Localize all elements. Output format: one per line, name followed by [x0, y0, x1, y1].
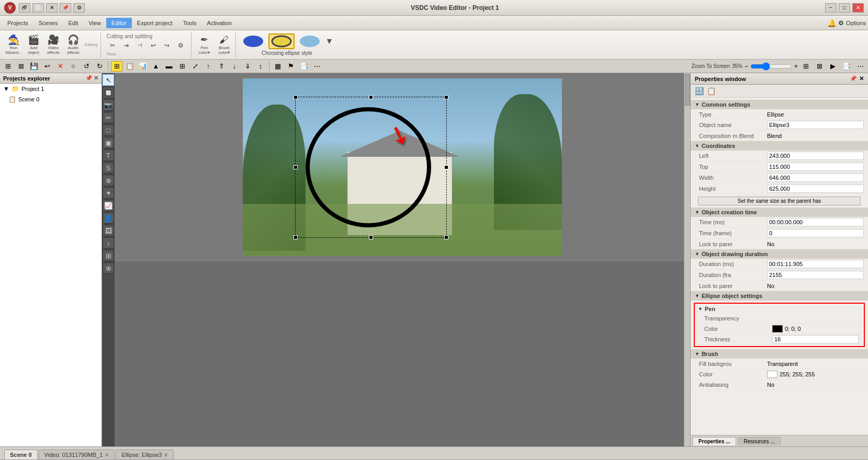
minimize-btn[interactable]: − [825, 3, 837, 13]
tb2-expand-btn[interactable]: ⊞ [176, 61, 188, 72]
creation-collapse-btn[interactable]: ▼ [695, 210, 700, 215]
tb2-grid-btn[interactable]: ⊠ [15, 61, 27, 72]
undo-btn[interactable]: ↩ [147, 40, 160, 51]
tb2-more2-btn[interactable]: ⋯ [854, 61, 866, 72]
pencil-tool-btn[interactable]: ✏ [103, 112, 114, 123]
audio-effects-btn[interactable]: 🎧 Audioeffects [64, 34, 83, 56]
pen-color-swatch[interactable] [772, 325, 783, 332]
tb2-chart-btn[interactable]: 📊 [137, 61, 149, 72]
pen-color-btn[interactable]: ✒ Pencolor▾ [195, 34, 213, 56]
menu-tools[interactable]: Tools [178, 18, 202, 28]
width-value[interactable]: 646.000 [767, 174, 864, 182]
rect-tool-btn[interactable]: □ [103, 124, 114, 136]
tb2-save-btn[interactable]: 💾 [28, 61, 40, 72]
menu-editor[interactable]: Editor [106, 18, 132, 28]
tb2-more-btn[interactable]: ⋯ [311, 61, 323, 72]
tree-item-project[interactable]: ▼ 📁 Project 1 [0, 84, 102, 94]
chart-tool-btn[interactable]: 📈 [103, 200, 114, 211]
person-tool-btn[interactable]: 👤 [103, 212, 114, 224]
common-collapse-btn[interactable]: ▼ [695, 102, 700, 107]
subtitle-tool-btn[interactable]: S [103, 162, 114, 174]
tb2-arr-dn2-btn[interactable]: ⇓ [242, 61, 253, 72]
brush-color-btn[interactable]: 🖌 Brushcolor▾ [215, 34, 233, 56]
props-pin-btn[interactable]: 📌 [850, 75, 857, 82]
ellipse-tab[interactable]: Ellipse: Ellipse3 ✕ [116, 450, 174, 459]
panel-close-btn[interactable]: ✕ [94, 75, 98, 82]
tb2-grid2-btn[interactable]: ⊞ [111, 61, 122, 72]
effects-tool-btn[interactable]: ✦ [103, 187, 114, 199]
time-ms-value[interactable]: 00:00:00.000 [767, 218, 864, 226]
add-object-btn[interactable]: 🎬 Addobject [24, 34, 43, 56]
redo-btn[interactable]: ↪ [161, 40, 173, 51]
pen-collapse-btn[interactable]: ▼ [698, 306, 703, 312]
image-tool-btn[interactable]: 🖼 [103, 225, 114, 236]
ellipse-style-2-btn[interactable] [268, 33, 295, 49]
tb2-fit-btn[interactable]: ⊞ [800, 61, 811, 72]
zoom-slider[interactable] [750, 62, 792, 71]
tb2-flag-btn[interactable]: ⚑ [285, 61, 297, 72]
tb2-arr-up2-btn[interactable]: ⇑ [216, 61, 227, 72]
menu-activation[interactable]: Activation [201, 18, 237, 28]
close-left-btn[interactable]: ✕ [46, 3, 58, 13]
zoom-tool-btn[interactable]: 🔲 [103, 87, 114, 98]
tb2-delete-btn[interactable]: ✕ [54, 61, 66, 72]
video-effects-btn[interactable]: 🎥 Videoeffects [44, 34, 63, 56]
ellipse-tab-close[interactable]: ✕ [164, 452, 168, 458]
text-tool-btn[interactable]: T [103, 150, 114, 161]
tree-item-scene[interactable]: 📋 Scene 0 [0, 94, 102, 105]
object-name-value[interactable]: Ellipse3 [767, 121, 864, 129]
zoom-plus-icon[interactable]: + [794, 63, 798, 70]
tb2-ppt-btn[interactable]: 📑 [298, 61, 310, 72]
scene-tab[interactable]: Scene 0 [4, 450, 38, 459]
options-label[interactable]: Options [846, 20, 866, 26]
canvas-scrollbar-v[interactable] [684, 73, 690, 446]
top-value[interactable]: 115.000 [767, 163, 864, 171]
tb2-bar-btn[interactable]: ▬ [163, 61, 175, 72]
tb2-shade-btn[interactable]: ▦ [272, 61, 284, 72]
hand-tool-btn[interactable]: 📷 [103, 99, 114, 111]
music-tool-btn[interactable]: ♪ [103, 237, 114, 249]
same-parent-btn[interactable]: Set the same size as the parent has [698, 197, 861, 205]
video-tab-close[interactable]: ✕ [105, 452, 109, 458]
zoom-minus-icon[interactable]: − [745, 63, 748, 70]
tb2-move2-btn[interactable]: ↕ [255, 61, 266, 72]
select-tool-btn[interactable]: ↖ [103, 74, 114, 86]
time-frame-value[interactable]: 0 [767, 229, 864, 237]
ellipse-style-1-btn[interactable] [240, 33, 266, 49]
menu-view[interactable]: View [83, 18, 106, 28]
duration-fra-value[interactable]: 2155 [767, 271, 864, 279]
split-btn[interactable]: ⇥ [120, 40, 132, 51]
left-value[interactable]: 243.000 [767, 152, 864, 160]
minimize-left-btn[interactable]: 🗗 [19, 3, 30, 13]
height-value[interactable]: 625.000 [767, 185, 864, 193]
cut-btn[interactable]: ✂ [106, 40, 119, 51]
menu-projects[interactable]: Projects [2, 18, 33, 28]
pin-btn[interactable]: 📌 [60, 3, 71, 13]
panel-pin-btn[interactable]: 📌 [85, 75, 93, 82]
menu-scenes[interactable]: Scenes [33, 18, 63, 28]
target-tool-btn[interactable]: ⊕ [103, 262, 114, 274]
duration-ms-value[interactable]: 00:01:11.905 [767, 260, 864, 268]
tb2-view-btn[interactable]: 📋 [124, 61, 136, 72]
tb2-undo2-btn[interactable]: ↩ [41, 61, 53, 72]
crop-tool-btn[interactable]: ⊕ [103, 175, 114, 186]
video-tab[interactable]: Video: 01311790MB_1 ✕ [39, 450, 115, 459]
run-wizard-btn[interactable]: 🧙 RunWizard... [4, 34, 23, 56]
scrollbar-thumb[interactable] [685, 74, 690, 106]
tb2-ppt2-btn[interactable]: 📑 [841, 61, 852, 72]
canvas[interactable]: ➘ [243, 78, 562, 256]
tb2-preview-btn[interactable]: ▶ [827, 61, 839, 72]
close-btn[interactable]: ✕ [852, 3, 864, 13]
restore-left-btn[interactable]: ⬜ [32, 3, 44, 13]
tb2-arr-dn-btn[interactable]: ↓ [229, 61, 240, 72]
props-sort-icon[interactable]: 🔡 [695, 87, 704, 95]
settings-tool-btn[interactable]: ⚙ [174, 40, 187, 51]
props-close-btn[interactable]: ✕ [859, 75, 864, 82]
fill-tool-btn[interactable]: ▣ [103, 137, 114, 148]
ellipse-dropdown-btn[interactable]: ▼ [325, 37, 333, 46]
props-list-icon[interactable]: 📋 [707, 87, 716, 95]
ellipse-style-3-btn[interactable] [297, 33, 323, 49]
tb2-up-btn[interactable]: ▲ [150, 61, 162, 72]
tb2-full-btn[interactable]: ⊠ [814, 61, 825, 72]
tb2-redo2-btn[interactable]: ↻ [94, 61, 105, 72]
